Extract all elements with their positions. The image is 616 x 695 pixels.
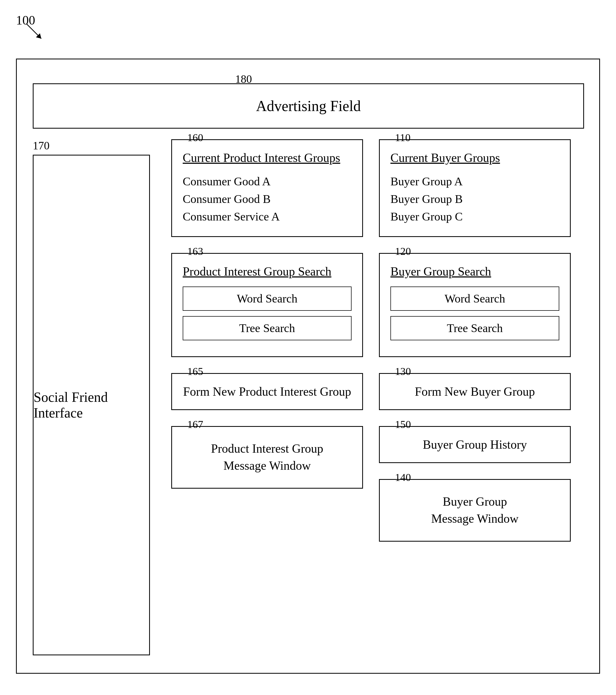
- current-buyer-groups-box: Current Buyer Groups Buyer Group A Buyer…: [379, 139, 571, 237]
- product-interest-group-search-box: Product Interest Group Search Word Searc…: [171, 253, 363, 357]
- label-180: 180: [235, 73, 252, 85]
- current-buyer-groups-title: Current Buyer Groups: [390, 151, 559, 165]
- form-new-buyer-group-box[interactable]: Form New Buyer Group: [379, 373, 571, 410]
- current-buyer-groups-wrapper: 110 Current Buyer Groups Buyer Group A B…: [379, 139, 571, 237]
- advertising-field-section: 180 Advertising Field: [33, 75, 584, 129]
- buyer-group-history-wrapper: 150 Buyer Group History: [379, 426, 571, 463]
- label-167: 167: [187, 418, 203, 430]
- product-interest-group-message-box: Product Interest Group Message Window: [171, 426, 363, 489]
- social-friend-interface-box: Social Friend Interface: [33, 155, 150, 655]
- buyer-group-history-box[interactable]: Buyer Group History: [379, 426, 571, 463]
- product-tree-search-button[interactable]: Tree Search: [183, 316, 352, 340]
- product-interest-group-message-text: Product Interest Group Message Window: [211, 440, 323, 475]
- product-interest-item-2: Consumer Good B: [183, 190, 352, 208]
- buyer-tree-search-button[interactable]: Tree Search: [390, 316, 559, 340]
- label-150: 150: [395, 418, 411, 430]
- product-interest-group-search-wrapper: 163 Product Interest Group Search Word S…: [171, 253, 363, 357]
- outer-diagram-box: 180 Advertising Field 170 Social Friend …: [16, 58, 600, 674]
- form-new-buyer-group-label: Form New Buyer Group: [415, 385, 535, 399]
- right-column: 110 Current Buyer Groups Buyer Group A B…: [379, 139, 571, 655]
- form-new-product-interest-group-label: Form New Product Interest Group: [183, 385, 351, 399]
- current-product-interest-groups-title: Current Product Interest Groups: [183, 151, 352, 165]
- social-friend-interface-label: Social Friend Interface: [34, 389, 149, 421]
- label-170: 170: [33, 139, 155, 152]
- buyer-group-search-box: Buyer Group Search Word Search Tree Sear…: [379, 253, 571, 357]
- buyer-group-item-2: Buyer Group B: [390, 190, 559, 208]
- form-new-buyer-group-wrapper: 130 Form New Buyer Group: [379, 373, 571, 410]
- product-interest-group-search-title: Product Interest Group Search: [183, 265, 352, 278]
- product-word-search-button[interactable]: Word Search: [183, 287, 352, 311]
- buyer-group-message-wrapper: 140 Buyer Group Message Window: [379, 479, 571, 542]
- buyer-word-search-button[interactable]: Word Search: [390, 287, 559, 311]
- form-new-product-interest-group-box[interactable]: Form New Product Interest Group: [171, 373, 363, 410]
- current-product-interest-groups-box: Current Product Interest Groups Consumer…: [171, 139, 363, 237]
- form-new-product-interest-group-wrapper: 165 Form New Product Interest Group: [171, 373, 363, 410]
- product-interest-item-3: Consumer Service A: [183, 208, 352, 225]
- advertising-field-title: Advertising Field: [256, 98, 361, 114]
- buyer-group-search-wrapper: 120 Buyer Group Search Word Search Tree …: [379, 253, 571, 357]
- current-product-interest-groups-wrapper: 160 Current Product Interest Groups Cons…: [171, 139, 363, 237]
- buyer-group-search-title: Buyer Group Search: [390, 265, 559, 278]
- buyer-group-item-1: Buyer Group A: [390, 173, 559, 190]
- figure-arrow: [24, 21, 45, 43]
- social-friend-column: 170 Social Friend Interface: [33, 139, 155, 655]
- main-content-area: 170 Social Friend Interface 160 Current …: [33, 139, 584, 655]
- advertising-field-box: Advertising Field: [33, 83, 584, 129]
- label-165: 165: [187, 365, 203, 377]
- middle-column: 160 Current Product Interest Groups Cons…: [171, 139, 363, 655]
- label-130: 130: [395, 365, 411, 377]
- buyer-group-history-label: Buyer Group History: [423, 438, 527, 451]
- product-interest-group-message-wrapper: 167 Product Interest Group Message Windo…: [171, 426, 363, 489]
- label-120: 120: [395, 245, 411, 257]
- product-interest-item-1: Consumer Good A: [183, 173, 352, 190]
- label-110: 110: [395, 131, 411, 144]
- buyer-group-message-text: Buyer Group Message Window: [431, 493, 518, 527]
- label-160: 160: [187, 131, 203, 144]
- buyer-group-item-3: Buyer Group C: [390, 208, 559, 225]
- label-163: 163: [187, 245, 203, 257]
- label-140: 140: [395, 471, 411, 484]
- buyer-group-message-box: Buyer Group Message Window: [379, 479, 571, 542]
